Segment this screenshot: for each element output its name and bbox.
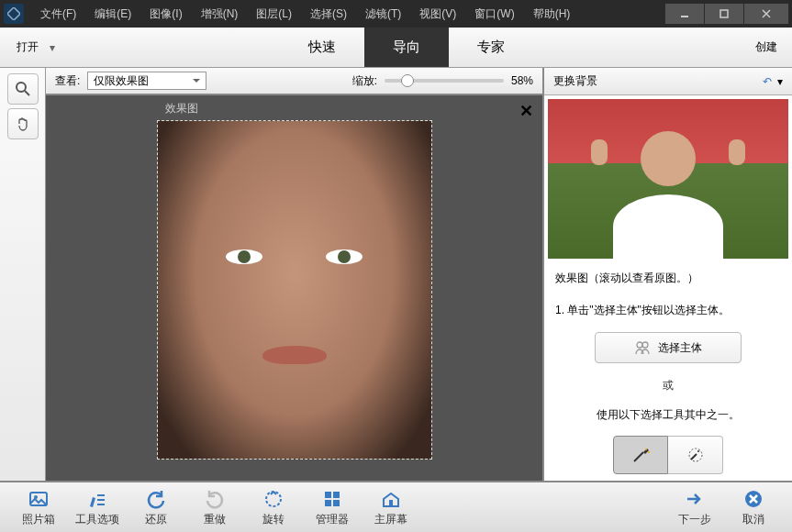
cancel-button[interactable]: 取消: [724, 488, 783, 527]
reset-icon[interactable]: ▾: [777, 75, 783, 88]
undo-icon[interactable]: ↶: [763, 75, 772, 88]
magic-wand-tool[interactable]: [668, 436, 723, 474]
preview-caption: 效果图（滚动以查看原图。）: [544, 262, 792, 294]
mode-tab-快速[interactable]: 快速: [280, 28, 364, 67]
redo-button[interactable]: 重做: [185, 488, 244, 527]
svg-rect-24: [333, 500, 340, 506]
redo-icon: [204, 488, 226, 510]
open-button[interactable]: 打开 ▾: [0, 28, 72, 67]
menu-item[interactable]: 帮助(H): [524, 0, 580, 28]
svg-rect-0: [7, 7, 20, 20]
menu-item[interactable]: 图层(L): [247, 0, 301, 28]
select-subject-button[interactable]: 选择主体: [595, 332, 742, 363]
create-button[interactable]: 创建: [741, 28, 792, 67]
photo-bin-button[interactable]: 照片箱: [9, 488, 68, 527]
example-preview[interactable]: [548, 99, 788, 259]
svg-point-10: [645, 449, 647, 450]
app-logo: [4, 4, 24, 24]
zoom-label: 缩放:: [352, 73, 377, 89]
rotate-icon: [262, 488, 284, 510]
mode-tab-专家[interactable]: 专家: [449, 28, 533, 67]
svg-point-8: [642, 342, 648, 348]
menu-item[interactable]: 文件(F): [31, 0, 85, 28]
people-icon: [634, 340, 651, 355]
chevron-down-icon: ▾: [50, 41, 55, 54]
organizer-icon: [321, 488, 343, 510]
close-preview-icon[interactable]: ✕: [519, 101, 533, 121]
menu-item[interactable]: 编辑(E): [85, 0, 140, 28]
minimize-button[interactable]: [665, 4, 704, 24]
svg-line-9: [634, 452, 643, 461]
view-dropdown[interactable]: 仅限效果图: [87, 72, 206, 90]
canvas-title: 效果图: [165, 95, 198, 120]
close-button[interactable]: [744, 4, 788, 24]
choose-tool-text: 使用以下选择工具其中之一。: [544, 399, 792, 431]
bottom-bar: 照片箱工具选项还原重做旋转管理器主屏幕 下一步 取消: [0, 481, 792, 532]
svg-rect-25: [389, 500, 393, 506]
menu-item[interactable]: 增强(N): [192, 0, 248, 28]
svg-point-14: [697, 450, 699, 452]
svg-rect-22: [333, 492, 340, 498]
svg-line-6: [25, 91, 29, 95]
svg-rect-21: [325, 492, 331, 498]
or-text: 或: [544, 369, 792, 399]
svg-point-11: [648, 451, 650, 453]
step-1-text: 1. 单击"选择主体"按钮以选择主体。: [544, 294, 792, 327]
panel-title: 更换背景: [553, 73, 597, 89]
home-icon: [380, 488, 402, 510]
tool-choices: [544, 432, 792, 474]
create-label: 创建: [755, 39, 777, 55]
view-label: 查看:: [55, 73, 80, 89]
rotate-button[interactable]: 旋转: [244, 488, 303, 527]
photo-bin-icon: [28, 488, 50, 510]
undo-button[interactable]: 还原: [127, 488, 185, 527]
window-controls: [664, 4, 788, 24]
menu-item[interactable]: 视图(V): [410, 0, 465, 28]
home-button[interactable]: 主屏幕: [362, 488, 420, 527]
svg-rect-2: [720, 10, 728, 17]
svg-point-5: [17, 83, 26, 92]
zoom-tool[interactable]: [7, 73, 39, 105]
menu-item[interactable]: 窗口(W): [465, 0, 523, 28]
image-preview[interactable]: [157, 120, 432, 460]
mode-tab-导向[interactable]: 导向: [364, 28, 449, 67]
open-label: 打开: [17, 39, 39, 55]
svg-line-13: [691, 454, 697, 460]
svg-point-7: [637, 342, 642, 348]
menu-item[interactable]: 选择(S): [301, 0, 356, 28]
left-toolbar: [0, 68, 46, 481]
panel-header: 更换背景 ↶ ▾: [544, 68, 792, 95]
zoom-slider[interactable]: [385, 79, 504, 83]
svg-rect-23: [325, 500, 331, 506]
tool-options-button[interactable]: 工具选项: [68, 488, 127, 527]
organizer-button[interactable]: 管理器: [303, 488, 362, 527]
zoom-slider-thumb[interactable]: [401, 74, 414, 87]
quick-select-tool[interactable]: [613, 436, 668, 474]
mode-bar: 打开 ▾ 快速导向专家 创建: [0, 28, 792, 68]
canvas-area: 效果图 ✕: [46, 95, 542, 481]
maximize-button[interactable]: [705, 4, 743, 24]
undo-icon: [145, 488, 167, 510]
menu-item[interactable]: 滤镜(T): [356, 0, 410, 28]
tool-options-icon: [86, 488, 108, 510]
svg-point-20: [266, 492, 281, 506]
next-button[interactable]: 下一步: [665, 488, 724, 527]
zoom-value: 58%: [511, 74, 533, 87]
menubar: 文件(F)编辑(E)图像(I)增强(N)图层(L)选择(S)滤镜(T)视图(V)…: [0, 0, 792, 28]
hand-tool[interactable]: [7, 108, 39, 139]
right-panel: 更换背景 ↶ ▾ 效果图（滚动以查看原图。） 1. 单击"选择主体"按钮以选择主…: [542, 68, 792, 481]
menu-item[interactable]: 图像(I): [140, 0, 191, 28]
options-bar: 查看: 仅限效果图 缩放: 58%: [46, 68, 542, 95]
